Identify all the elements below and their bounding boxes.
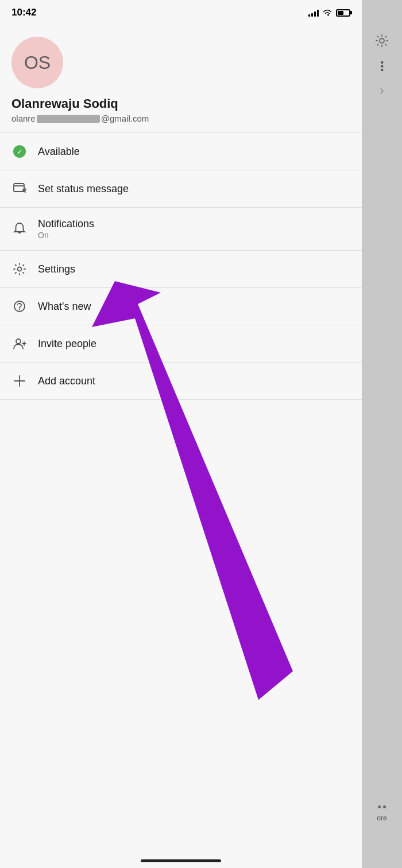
svg-point-5 <box>16 339 21 344</box>
battery-fill <box>338 11 343 15</box>
set-status-label: Set status message <box>38 183 129 195</box>
svg-point-10 <box>380 38 384 43</box>
status-dot: ✓ <box>13 145 26 158</box>
menu-item-notifications[interactable]: Notifications On <box>0 208 362 250</box>
signal-icon <box>308 9 319 17</box>
menu-item-whats-new[interactable]: What's new <box>0 288 362 325</box>
menu-list: ✓ Available Set status message <box>0 133 362 868</box>
profile-name: Olanrewaju Sodiq <box>11 96 350 111</box>
notifications-icon <box>11 221 28 237</box>
dot-1 <box>378 805 381 808</box>
settings-icon <box>11 261 28 277</box>
invite-people-label: Invite people <box>38 338 96 350</box>
signal-bar-1 <box>308 14 310 17</box>
svg-point-4 <box>19 309 20 310</box>
available-icon: ✓ <box>11 143 28 159</box>
avatar[interactable]: OS <box>11 37 63 88</box>
menu-item-available[interactable]: ✓ Available <box>0 133 362 170</box>
email-domain: @gmail.com <box>101 114 149 123</box>
divider-7 <box>0 399 362 400</box>
home-indicator <box>141 859 221 862</box>
menu-item-set-status[interactable]: Set status message <box>0 170 362 207</box>
wifi-icon <box>322 9 333 17</box>
whats-new-label: What's new <box>38 301 91 313</box>
status-time: 10:42 <box>11 7 36 18</box>
sidebar-bottom: ore <box>362 805 402 822</box>
notifications-label: Notifications <box>38 218 94 230</box>
battery-icon <box>336 9 350 17</box>
set-status-icon <box>11 181 28 197</box>
sidebar-dots-icon[interactable]: ••• <box>377 61 387 72</box>
whats-new-icon <box>11 298 28 314</box>
sidebar-chevron-icon[interactable]: › <box>380 83 384 98</box>
signal-bar-2 <box>311 13 313 17</box>
add-account-icon <box>11 373 28 389</box>
sidebar-gear-icon[interactable] <box>373 32 391 50</box>
email-blur <box>37 115 100 123</box>
status-bar: 10:42 <box>0 0 362 25</box>
right-sidebar: ••• › ore <box>362 0 402 868</box>
dot-2 <box>383 805 386 808</box>
profile-section: OS Olanrewaju Sodiq olanre @gmail.com <box>0 25 362 133</box>
notifications-sublabel: On <box>38 231 94 240</box>
add-account-label: Add account <box>38 375 95 387</box>
avatar-initials: OS <box>24 52 51 73</box>
settings-label: Settings <box>38 263 75 275</box>
menu-item-invite-people[interactable]: Invite people <box>0 325 362 362</box>
signal-bar-3 <box>314 11 316 17</box>
sidebar-more-label: ore <box>377 814 386 822</box>
signal-bar-4 <box>317 10 319 17</box>
menu-item-settings[interactable]: Settings <box>0 251 362 287</box>
main-panel: 10:42 OS Olanrewaju Sodiq <box>0 0 362 868</box>
sidebar-pagination-dots <box>378 805 386 808</box>
available-label: Available <box>38 146 80 158</box>
notifications-text: Notifications On <box>38 218 94 240</box>
menu-item-add-account[interactable]: Add account <box>0 363 362 399</box>
invite-people-icon <box>11 336 28 352</box>
svg-point-2 <box>18 267 22 271</box>
profile-email: olanre @gmail.com <box>11 114 350 123</box>
email-prefix: olanre <box>11 114 36 123</box>
status-icons <box>308 9 350 17</box>
checkmark-icon: ✓ <box>17 147 23 156</box>
